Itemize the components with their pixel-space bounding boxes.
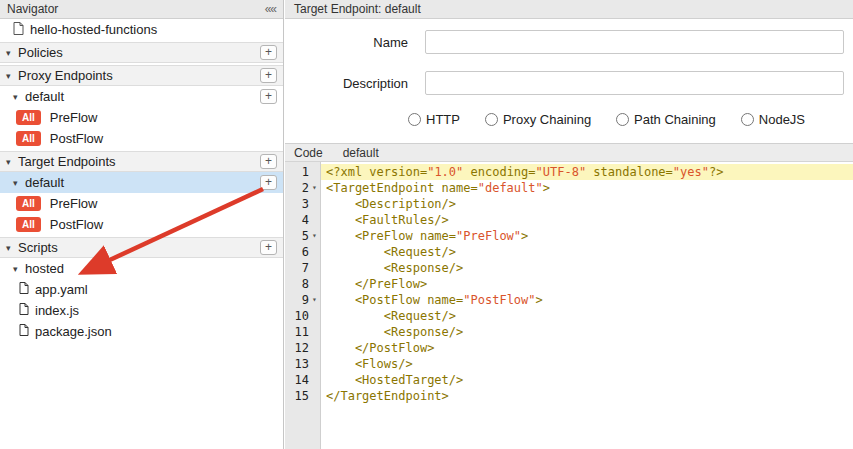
scripts-folder-hosted[interactable]: ▾ hosted [0, 258, 283, 279]
fold-toggle-icon[interactable]: ▾ [309, 292, 320, 308]
chevron-down-icon[interactable]: ▾ [6, 243, 18, 253]
radio-path-chaining-label: Path Chaining [634, 112, 716, 127]
fold-toggle-icon[interactable]: ▾ [309, 228, 320, 244]
fold-toggle-icon[interactable]: ▾ [309, 180, 320, 196]
add-target-endpoint-button[interactable]: + [260, 154, 277, 169]
navigator-panel: Navigator «« hello-hosted-functions ▾ Po… [0, 0, 284, 449]
section-scripts[interactable]: ▾ Scripts + [0, 237, 283, 258]
target-postflow-label: PostFlow [50, 217, 103, 232]
section-target-endpoints[interactable]: ▾ Target Endpoints + [0, 151, 283, 172]
target-type-radio-group: HTTP Proxy Chaining Path Chaining NodeJS [408, 112, 853, 127]
chevron-down-icon[interactable]: ▾ [6, 48, 18, 58]
all-badge: All [16, 217, 41, 232]
file-app-yaml[interactable]: app.yaml [0, 279, 283, 300]
description-label: Description [285, 76, 425, 91]
radio-http-label: HTTP [426, 112, 460, 127]
bundle-item[interactable]: hello-hosted-functions [0, 19, 283, 40]
endpoint-form: Name Description HTTP Proxy Chaining Pat… [285, 19, 853, 143]
proxy-preflow-label: PreFlow [50, 110, 98, 125]
section-policies[interactable]: ▾ Policies + [0, 42, 283, 63]
radio-path-chaining[interactable]: Path Chaining [616, 112, 716, 127]
file-index-js-label: index.js [35, 303, 79, 318]
radio-nodejs-label: NodeJS [759, 112, 805, 127]
file-icon [19, 303, 29, 318]
radio-path-chaining-input[interactable] [616, 113, 629, 126]
file-icon [19, 324, 29, 339]
fold-toggle-icon [309, 356, 320, 372]
code-lines[interactable]: <?xml version="1.0" encoding="UTF-8" sta… [321, 162, 853, 449]
proxy-postflow-item[interactable]: All PostFlow [0, 128, 283, 149]
file-index-js[interactable]: index.js [0, 300, 283, 321]
proxy-endpoint-default[interactable]: ▾ default + [0, 86, 283, 107]
radio-nodejs[interactable]: NodeJS [741, 112, 805, 127]
fold-toggle-icon [309, 196, 320, 212]
file-app-yaml-label: app.yaml [35, 282, 88, 297]
main-header: Target Endpoint: default [285, 0, 853, 19]
code-header: Code default [285, 143, 853, 162]
add-policy-button[interactable]: + [260, 45, 277, 60]
fold-toggle-icon [309, 340, 320, 356]
fold-toggle-icon [309, 324, 320, 340]
radio-proxy-chaining-input[interactable] [485, 113, 498, 126]
radio-proxy-chaining-label: Proxy Chaining [503, 112, 591, 127]
all-badge: All [16, 131, 41, 146]
proxy-preflow-item[interactable]: All PreFlow [0, 107, 283, 128]
target-postflow-item[interactable]: All PostFlow [0, 214, 283, 235]
navigator-header: Navigator «« [0, 0, 283, 19]
chevron-down-icon[interactable]: ▾ [13, 264, 25, 274]
code-file-label: default [343, 146, 379, 160]
fold-toggle-icon [309, 372, 320, 388]
section-proxy-endpoints-label: Proxy Endpoints [18, 68, 113, 83]
fold-toggle-icon [309, 308, 320, 324]
scripts-folder-hosted-label: hosted [25, 261, 64, 276]
target-preflow-label: PreFlow [50, 196, 98, 211]
file-package-json-label: package.json [35, 324, 112, 339]
add-proxy-flow-button[interactable]: + [260, 89, 277, 104]
add-script-button[interactable]: + [260, 240, 277, 255]
code-gutter[interactable]: 12▾345▾6789▾101112131415 [285, 162, 321, 449]
proxy-postflow-label: PostFlow [50, 131, 103, 146]
radio-proxy-chaining[interactable]: Proxy Chaining [485, 112, 591, 127]
chevron-down-icon[interactable]: ▾ [13, 178, 25, 188]
radio-http[interactable]: HTTP [408, 112, 460, 127]
main-panel: Target Endpoint: default Name Descriptio… [285, 0, 853, 449]
add-target-flow-button[interactable]: + [260, 175, 277, 190]
add-proxy-endpoint-button[interactable]: + [260, 68, 277, 83]
fold-toggle-icon [309, 276, 320, 292]
target-preflow-item[interactable]: All PreFlow [0, 193, 283, 214]
fold-toggle-icon [309, 388, 320, 404]
radio-nodejs-input[interactable] [741, 113, 754, 126]
all-badge: All [16, 196, 41, 211]
section-target-endpoints-label: Target Endpoints [18, 154, 116, 169]
fold-toggle-icon [309, 260, 320, 276]
fold-toggle-icon [309, 244, 320, 260]
all-badge: All [16, 110, 41, 125]
section-scripts-label: Scripts [18, 240, 58, 255]
chevron-down-icon[interactable]: ▾ [6, 157, 18, 167]
fold-toggle-icon [309, 164, 320, 180]
fold-toggle-icon [309, 212, 320, 228]
description-input[interactable] [425, 71, 844, 95]
section-policies-label: Policies [18, 45, 63, 60]
page-title: Target Endpoint: default [294, 2, 421, 16]
section-proxy-endpoints[interactable]: ▾ Proxy Endpoints + [0, 65, 283, 86]
radio-http-input[interactable] [408, 113, 421, 126]
file-package-json[interactable]: package.json [0, 321, 283, 342]
proxy-endpoint-default-label: default [25, 89, 64, 104]
bundle-label: hello-hosted-functions [30, 22, 157, 37]
collapse-panel-icon[interactable]: «« [265, 2, 276, 16]
chevron-down-icon[interactable]: ▾ [13, 92, 25, 102]
document-icon [13, 22, 24, 38]
code-editor: 12▾345▾6789▾101112131415 <?xml version="… [285, 162, 853, 449]
file-icon [19, 282, 29, 297]
chevron-down-icon[interactable]: ▾ [6, 71, 18, 81]
name-label: Name [285, 35, 425, 50]
target-endpoint-default-label: default [25, 175, 64, 190]
navigator-title: Navigator [7, 2, 58, 16]
code-tab[interactable]: Code [294, 146, 323, 160]
name-input[interactable] [425, 30, 844, 54]
target-endpoint-default[interactable]: ▾ default + [0, 172, 283, 193]
